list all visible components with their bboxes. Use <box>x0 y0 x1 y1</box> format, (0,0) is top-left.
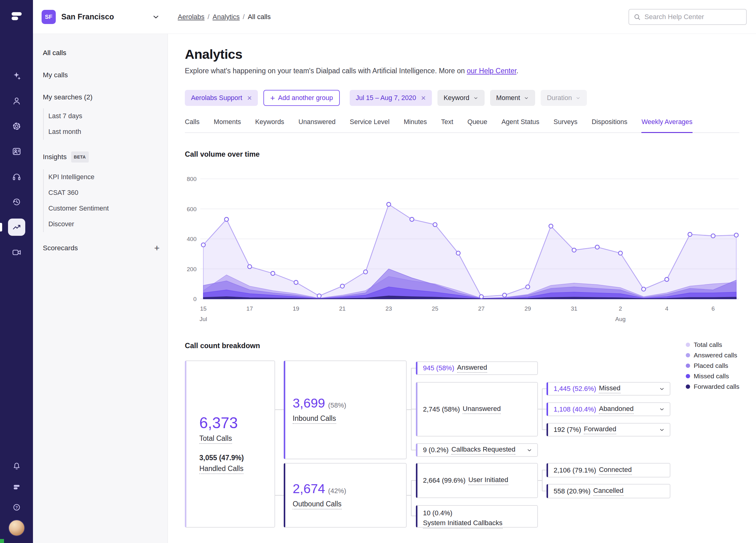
filter-chip-add-another-group[interactable]: +Add another group <box>263 90 339 106</box>
coaching-headset-icon[interactable] <box>8 168 25 185</box>
filter-chip-keyword[interactable]: Keyword <box>437 90 485 106</box>
notifications-bell-icon[interactable] <box>8 458 25 474</box>
chevron-down-icon[interactable] <box>152 13 160 21</box>
call-count-breakdown-section: Call count breakdown Total callsAnswered… <box>185 342 739 530</box>
total-calls-label[interactable]: Total Calls <box>199 434 232 444</box>
settings-gear-icon[interactable] <box>8 118 25 135</box>
add-scorecard-button[interactable]: + <box>154 245 160 252</box>
filter-chip-aerolabs-support[interactable]: Aerolabs Support× <box>185 90 258 106</box>
connected-label[interactable]: Connected <box>599 466 632 475</box>
legend-dot <box>686 363 690 368</box>
chart-wrap: 0200400600800151719212325272931246JulAug <box>185 170 739 329</box>
sidebar-item-scorecards[interactable]: Scorecards+ <box>33 237 168 259</box>
chevron-down-icon <box>575 95 581 101</box>
help-search[interactable] <box>628 9 747 25</box>
dialpad-app-icon[interactable] <box>8 478 25 495</box>
legend-dot <box>686 353 690 357</box>
chevron-down-icon[interactable] <box>526 447 532 453</box>
chevron-down-icon[interactable] <box>659 427 665 433</box>
tab-moments[interactable]: Moments <box>214 118 241 133</box>
team-badge: SF <box>42 10 56 24</box>
svg-text:15: 15 <box>200 305 206 312</box>
abandoned-value: 1,108 (40.4%) <box>554 405 596 413</box>
tab-dispositions[interactable]: Dispositions <box>592 118 628 133</box>
cancelled-label[interactable]: Cancelled <box>593 487 624 496</box>
filter-chip-label: Aerolabs Support <box>191 94 242 102</box>
sidebar-item-last-month[interactable]: Last month <box>33 124 168 140</box>
node-answered: 945 (58%) Answered <box>416 361 538 375</box>
breadcrumb-analytics[interactable]: Analytics <box>213 13 240 21</box>
history-icon[interactable] <box>8 193 25 211</box>
shared-lines-icon[interactable] <box>8 143 25 160</box>
node-system-initiated-callbacks: 10 (0.4%) System Initiated Callbacks <box>416 505 538 528</box>
page-title: Analytics <box>185 47 739 62</box>
svg-text:200: 200 <box>187 266 197 272</box>
tab-surveys[interactable]: Surveys <box>554 118 578 133</box>
analytics-trend-icon[interactable] <box>8 219 25 236</box>
chevron-down-icon[interactable] <box>659 386 665 392</box>
help-center-link[interactable]: our Help Center <box>467 67 516 75</box>
forwarded-label[interactable]: Forwarded <box>584 425 616 434</box>
sidebar-item-all-calls[interactable]: All calls <box>33 42 168 64</box>
dialpad-logo-icon[interactable] <box>10 9 24 24</box>
remove-filter-icon[interactable]: × <box>247 95 252 101</box>
outbound-label[interactable]: Outbound Calls <box>293 500 342 509</box>
call-count-title: Call count breakdown <box>185 342 739 350</box>
tab-keywords[interactable]: Keywords <box>255 118 284 133</box>
tab-queue[interactable]: Queue <box>467 118 487 133</box>
callbacks-label[interactable]: Callbacks Requested <box>451 445 515 455</box>
answered-label[interactable]: Answered <box>457 363 487 373</box>
total-calls-value: 6,373 <box>199 414 238 432</box>
call-volume-section: Call volume over time 020040060080015171… <box>185 150 739 329</box>
sidebar-item-my-searches-2[interactable]: My searches (2) <box>33 86 168 108</box>
abandoned-label[interactable]: Abandoned <box>599 405 634 414</box>
help-icon[interactable]: ? <box>8 499 25 516</box>
tab-unanswered[interactable]: Unanswered <box>299 118 336 133</box>
filter-chip-duration[interactable]: Duration <box>541 90 587 106</box>
sidebar-item-my-calls[interactable]: My calls <box>33 64 168 86</box>
sidebar-item-label: All calls <box>43 49 66 57</box>
legend-label: Answered calls <box>694 351 737 359</box>
sidebar-item-csat-360[interactable]: CSAT 360 <box>33 185 168 201</box>
node-inbound-calls: 3,699(58%) Inbound Calls <box>284 360 407 459</box>
below-topbar: All callsMy callsMy searches (2)Last 7 d… <box>33 34 756 543</box>
breadcrumb: Aerolabs/Analytics/All calls <box>178 13 271 21</box>
tab-weekly-averages[interactable]: Weekly Averages <box>641 118 692 133</box>
remove-filter-icon[interactable]: × <box>421 95 426 101</box>
missed-label[interactable]: Missed <box>599 384 620 393</box>
help-search-input[interactable] <box>644 13 742 21</box>
sidebar-item-last-7-days[interactable]: Last 7 days <box>33 108 168 124</box>
meetings-settings-icon[interactable] <box>8 244 25 261</box>
inbound-label[interactable]: Inbound Calls <box>293 414 336 424</box>
filters-row: Aerolabs Support×+Add another groupJul 1… <box>185 90 739 106</box>
unanswered-label[interactable]: Unanswered <box>463 405 501 414</box>
sidebar-item-customer-sentiment[interactable]: Customer Sentiment <box>33 201 168 217</box>
call-count-flow: 6,373 Total Calls 3,055 (47.9%) Handled … <box>185 360 739 530</box>
breadcrumb-aerolabs[interactable]: Aerolabs <box>178 13 205 21</box>
sidebar-item-kpi-intelligence[interactable]: KPI Intelligence <box>33 169 168 185</box>
svg-text:2: 2 <box>619 305 622 312</box>
active-nav-marker <box>0 223 2 232</box>
tab-agent-status[interactable]: Agent Status <box>502 118 539 133</box>
tab-calls[interactable]: Calls <box>185 118 200 133</box>
unanswered-value: 2,745 (58%) <box>423 405 460 413</box>
filter-chip-jul-15-aug-7-2020[interactable]: Jul 15 – Aug 7, 2020× <box>350 90 432 106</box>
ai-assist-icon[interactable] <box>8 67 25 84</box>
node-abandoned: 1,108 (40.4%) Abandoned <box>547 402 670 416</box>
user-initiated-label[interactable]: User Initiated <box>468 476 508 485</box>
tab-minutes[interactable]: Minutes <box>404 118 427 133</box>
system-initiated-label[interactable]: System Initiated Callbacks <box>423 518 502 529</box>
user-avatar[interactable] <box>8 520 25 536</box>
tab-text[interactable]: Text <box>441 118 453 133</box>
legend-item-placed-calls: Placed calls <box>686 362 739 369</box>
team-switcher[interactable]: SF San Francisco <box>33 10 168 24</box>
handled-calls-label[interactable]: Handled Calls <box>199 464 243 474</box>
chevron-down-icon[interactable] <box>659 406 665 412</box>
sidebar-item-label: My calls <box>43 71 68 79</box>
sidebar-item-insights[interactable]: InsightsBETA <box>33 145 168 169</box>
sidebar-item-discover[interactable]: Discover <box>33 217 168 232</box>
contacts-icon[interactable] <box>8 92 25 110</box>
call-volume-title: Call volume over time <box>185 150 739 159</box>
tab-service-level[interactable]: Service Level <box>350 118 389 133</box>
filter-chip-moment[interactable]: Moment <box>490 90 535 106</box>
